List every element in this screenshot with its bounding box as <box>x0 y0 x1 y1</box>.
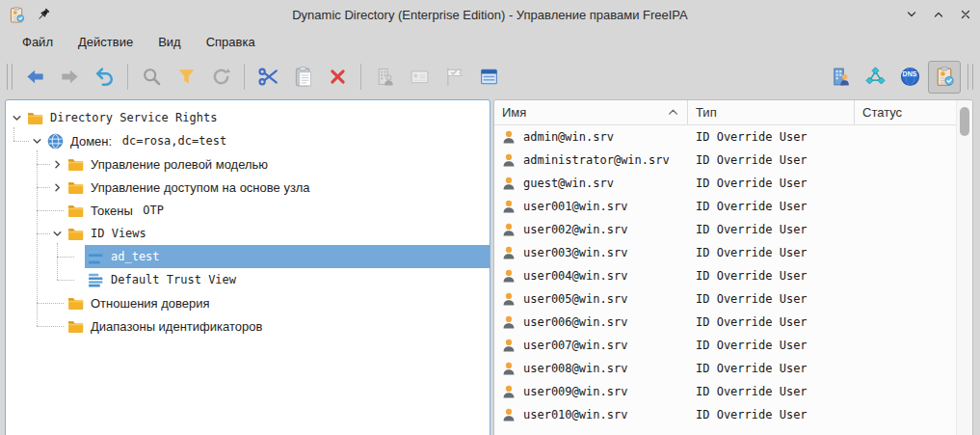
user-icon <box>501 384 516 399</box>
user-icon <box>501 314 516 330</box>
tree-item[interactable]: Directory Service Rights <box>24 106 490 129</box>
table-row[interactable]: user010@win.srvID Override User <box>494 403 972 426</box>
id-view-icon <box>88 249 104 265</box>
user-icon <box>501 129 516 145</box>
table-row[interactable]: user004@win.srvID Override User <box>494 264 972 287</box>
tree-item[interactable]: Управление ролевой моделью <box>65 152 490 176</box>
details-view-button[interactable] <box>472 61 505 94</box>
column-header-label: Имя <box>502 105 526 120</box>
titlebar[interactable]: Dynamic Directory (Enterprise Edition) -… <box>0 0 980 29</box>
type-cell: ID Override User <box>688 408 855 421</box>
object-type: ID Override User <box>696 130 808 144</box>
tree-item[interactable]: Управление доступом на основе узла <box>65 176 490 199</box>
tree-item[interactable]: Отношения доверия <box>65 291 490 314</box>
column-header-1[interactable]: Тип <box>688 100 855 124</box>
menu-item-3[interactable]: Справка <box>196 32 266 52</box>
toolbar-handle-right[interactable] <box>967 64 973 90</box>
chevron-up-icon <box>931 7 946 22</box>
table-row[interactable]: user007@win.srvID Override User <box>494 334 972 357</box>
expander-spacer <box>50 296 65 311</box>
expander-collapsed[interactable] <box>50 157 65 172</box>
tree-item[interactable]: ID Views <box>65 222 490 245</box>
table-row[interactable]: guest@win.srvID Override User <box>494 172 972 195</box>
name-cell: user009@win.srv <box>494 384 688 399</box>
paste-icon <box>292 66 314 88</box>
tree-item-selected[interactable]: ad_test <box>85 245 490 268</box>
table-row[interactable]: user005@win.srvID Override User <box>494 287 972 311</box>
object-type: ID Override User <box>696 177 808 190</box>
menu-item-2[interactable]: Вид <box>147 32 192 52</box>
chevron-right-icon <box>52 182 63 193</box>
tree-item-label: Отношения доверия <box>91 296 210 311</box>
expander-collapsed[interactable] <box>50 180 65 195</box>
table-row[interactable]: user003@win.srvID Override User <box>494 241 972 264</box>
object-type: ID Override User <box>696 153 808 167</box>
type-cell: ID Override User <box>688 153 855 167</box>
dns-button[interactable]: DNS <box>893 61 926 94</box>
pin-icon[interactable] <box>34 6 52 24</box>
expander-expanded[interactable] <box>50 227 65 241</box>
tree-item[interactable]: Токены OTP <box>65 199 490 222</box>
vertical-scrollbar[interactable] <box>956 101 972 435</box>
folder-icon <box>67 179 84 196</box>
object-type: ID Override User <box>696 200 808 213</box>
organization-button[interactable] <box>824 61 857 94</box>
expander-spacer <box>50 319 65 334</box>
column-header-0[interactable]: Имя <box>494 100 688 124</box>
rights-management-button[interactable] <box>928 61 961 94</box>
expander-spacer <box>70 273 85 287</box>
column-header-2[interactable]: Статус <box>855 100 958 124</box>
object-type: ID Override User <box>696 339 808 352</box>
tree-item[interactable]: Default Trust View <box>85 268 490 291</box>
name-cell: admin@win.srv <box>494 129 688 145</box>
toolbar-handle[interactable] <box>7 64 13 90</box>
user-name: guest@win.srv <box>523 177 614 190</box>
toolbar-separator <box>244 64 245 90</box>
app-icon <box>8 6 26 24</box>
minimize-button[interactable] <box>903 6 920 23</box>
expander-expanded[interactable] <box>10 111 24 125</box>
table-row[interactable]: user009@win.srvID Override User <box>494 380 972 403</box>
maximize-button[interactable] <box>930 6 947 23</box>
tree-item[interactable]: Диапазоны идентификаторов <box>65 314 490 338</box>
object-type: ID Override User <box>696 408 808 421</box>
refresh-button <box>204 61 237 94</box>
undo-button[interactable] <box>88 61 120 94</box>
tree-item-label: Диапазоны идентификаторов <box>91 319 262 334</box>
menu-item-0[interactable]: Файл <box>12 32 64 52</box>
back-icon <box>24 66 46 88</box>
table-row[interactable]: admin@win.srvID Override User <box>494 125 972 149</box>
table-row[interactable]: user008@win.srvID Override User <box>494 357 972 380</box>
chevron-down-icon <box>12 113 22 123</box>
object-type: ID Override User <box>696 223 808 236</box>
flag-check-icon <box>443 66 465 88</box>
user-icon <box>501 361 516 376</box>
expander-spacer <box>70 250 85 264</box>
paste-button[interactable] <box>286 61 319 94</box>
back-button[interactable] <box>18 61 51 94</box>
scrollbar-thumb[interactable] <box>960 107 969 136</box>
object-type: ID Override User <box>696 292 808 306</box>
name-cell: user005@win.srv <box>494 291 688 307</box>
sites-button[interactable] <box>859 61 891 94</box>
expander-spacer <box>50 204 65 218</box>
filter-button[interactable] <box>170 61 202 94</box>
table-row[interactable]: user006@win.srvID Override User <box>494 311 972 334</box>
name-cell: user004@win.srv <box>494 268 688 284</box>
folder-icon <box>67 203 84 219</box>
tree-item[interactable]: Домен: dc=rosa,dc=test <box>44 129 490 152</box>
cut-button[interactable] <box>252 61 284 94</box>
expander-expanded[interactable] <box>30 134 44 149</box>
tree-row: Домен: dc=rosa,dc=test <box>6 129 490 152</box>
menu-item-1[interactable]: Действие <box>67 32 144 52</box>
chevron-right-icon <box>52 159 63 170</box>
table-row[interactable]: user002@win.srvID Override User <box>494 218 972 241</box>
delete-button[interactable] <box>321 61 354 94</box>
tree-item-label: Токены <box>91 204 136 218</box>
search-button <box>135 61 168 94</box>
type-cell: ID Override User <box>688 339 855 352</box>
table-row[interactable]: user001@win.srvID Override User <box>494 195 972 218</box>
close-button[interactable] <box>957 6 974 23</box>
table-row[interactable]: administrator@win.srvID Override User <box>494 149 972 172</box>
toolbar-separator <box>127 64 128 90</box>
